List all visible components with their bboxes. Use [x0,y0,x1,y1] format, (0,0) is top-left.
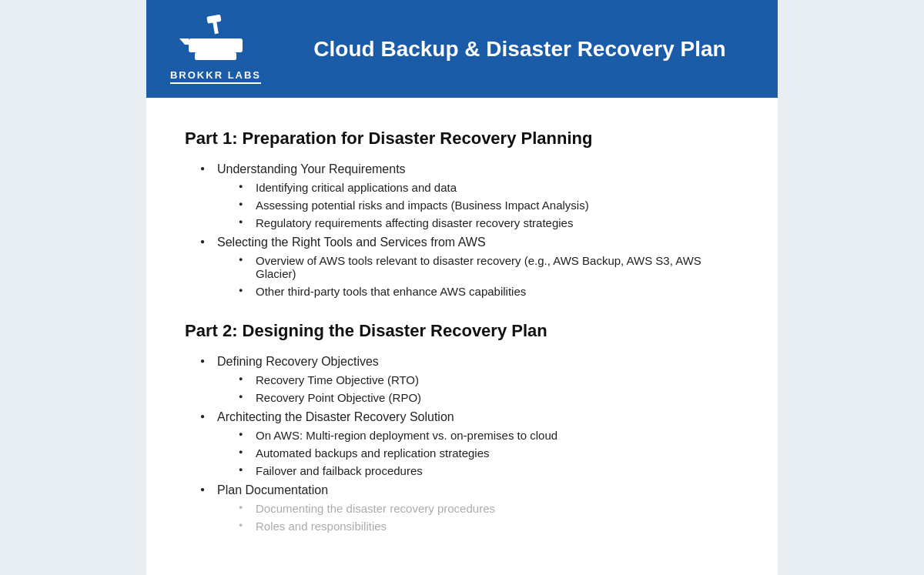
list-item: Recovery Point Objective (RPO) [239,391,739,404]
list-item: Understanding Your Requirements Identify… [200,162,739,229]
list-item: On AWS: Multi-region deployment vs. on-p… [239,429,739,442]
svg-rect-1 [206,15,221,24]
list-item: Roles and responsibilities [239,520,739,533]
svg-rect-2 [189,38,243,52]
part2-section3-sublist: Documenting the disaster recovery proced… [217,502,739,533]
list-item: Selecting the Right Tools and Services f… [200,236,739,298]
list-item: Documenting the disaster recovery proced… [239,502,739,515]
part2-section1-sublist: Recovery Time Objective (RTO) Recovery P… [217,373,739,404]
part2-heading: Part 2: Designing the Disaster Recovery … [185,321,739,341]
list-item: Assessing potential risks and impacts (B… [239,199,739,212]
list-item: Identifying critical applications and da… [239,181,739,194]
list-item: Plan Documentation Documenting the disas… [200,483,739,533]
part1-section2-sublist: Overview of AWS tools relevant to disast… [217,254,739,298]
brokkr-logo-icon [173,14,258,68]
list-item: Defining Recovery Objectives Recovery Ti… [200,355,739,404]
part2-list: Defining Recovery Objectives Recovery Ti… [185,355,739,533]
list-item: Overview of AWS tools relevant to disast… [239,254,739,280]
part1-section1-sublist: Identifying critical applications and da… [217,181,739,229]
logo-area: BROKKR LABS [169,14,262,84]
part1-list: Understanding Your Requirements Identify… [185,162,739,298]
list-item: Other third-party tools that enhance AWS… [239,285,739,298]
list-item: Regulatory requirements affecting disast… [239,216,739,229]
list-item: Recovery Time Objective (RTO) [239,373,739,386]
part2-section2-sublist: On AWS: Multi-region deployment vs. on-p… [217,429,739,477]
list-item: Failover and failback procedures [239,464,739,477]
main-content: Part 1: Preparation for Disaster Recover… [146,98,778,562]
list-item: Architecting the Disaster Recovery Solut… [200,410,739,477]
logo-text: BROKKR LABS [170,69,261,84]
page-container: BROKKR LABS Cloud Backup & Disaster Reco… [146,0,778,575]
part1-heading: Part 1: Preparation for Disaster Recover… [185,129,739,149]
svg-rect-4 [195,52,236,60]
header: BROKKR LABS Cloud Backup & Disaster Reco… [146,0,778,98]
header-title: Cloud Backup & Disaster Recovery Plan [285,37,755,62]
svg-marker-3 [179,38,189,45]
list-item: Automated backups and replication strate… [239,446,739,460]
